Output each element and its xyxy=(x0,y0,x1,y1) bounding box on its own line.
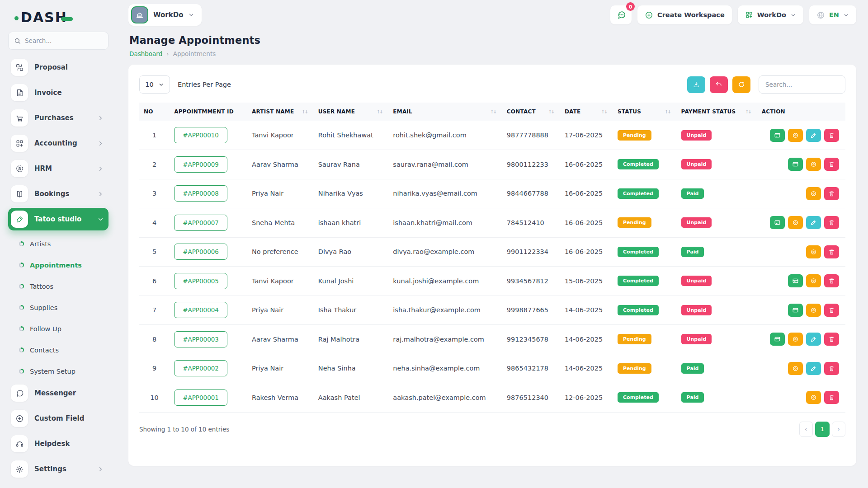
appointment-id-chip[interactable]: #APP00001 xyxy=(174,389,227,406)
view-button[interactable] xyxy=(788,333,803,346)
sidebar-item-custom-field[interactable]: Custom Field xyxy=(8,407,108,430)
delete-button[interactable] xyxy=(824,362,839,375)
appointment-id-chip[interactable]: #APP00004 xyxy=(174,302,227,318)
payment-status-badge: Unpaid xyxy=(681,276,712,286)
sidebar-subitem-appointments[interactable]: Appointments xyxy=(8,254,108,276)
sidebar-subitem-system-setup[interactable]: System Setup xyxy=(8,361,108,382)
appointment-id-chip[interactable]: #APP00002 xyxy=(174,360,227,376)
appointment-id-chip[interactable]: #APP00005 xyxy=(174,273,227,289)
sort-icon[interactable]: ↑↓ xyxy=(601,109,609,114)
sidebar-subitem-tattoos[interactable]: Tattoos xyxy=(8,276,108,297)
payment-button[interactable] xyxy=(788,158,803,171)
payment-button[interactable] xyxy=(788,304,803,317)
sort-icon[interactable]: ↑↓ xyxy=(377,109,384,114)
sidebar-subitem-contacts[interactable]: Contacts xyxy=(8,339,108,361)
edit-button[interactable] xyxy=(806,216,821,229)
refresh-button[interactable] xyxy=(732,76,750,93)
pagination-next-button[interactable]: › xyxy=(832,422,845,437)
view-button[interactable] xyxy=(788,129,803,142)
view-button[interactable] xyxy=(788,362,803,375)
table-row: 3 #APP00008 Priya Nair Niharika Vyas nih… xyxy=(139,179,845,208)
sidebar-item-helpdesk[interactable]: Helpdesk xyxy=(8,432,108,455)
edit-button[interactable] xyxy=(806,333,821,346)
delete-button[interactable] xyxy=(824,333,839,346)
sort-icon[interactable]: ↑↓ xyxy=(490,109,498,114)
payment-button[interactable] xyxy=(788,274,803,287)
sidebar-item-hrm[interactable]: HRM xyxy=(8,157,108,180)
sidebar-item-bookings[interactable]: Bookings xyxy=(8,183,108,205)
column-header-date[interactable]: DATE ↑↓ xyxy=(560,103,613,121)
sidebar-item-tatoo-studio[interactable]: Tatoo studio xyxy=(8,208,108,230)
export-button[interactable] xyxy=(687,76,705,93)
view-button[interactable] xyxy=(806,158,821,171)
cell-appointment-id: #APP00009 xyxy=(170,150,247,179)
create-workspace-button[interactable]: Create Workspace xyxy=(637,5,732,24)
view-button[interactable] xyxy=(806,187,821,200)
delete-button[interactable] xyxy=(824,245,839,258)
appointment-id-chip[interactable]: #APP00008 xyxy=(174,185,227,202)
cell-user-name: Neha Sinha xyxy=(314,354,389,383)
purchases-icon xyxy=(11,109,28,127)
column-header-email[interactable]: EMAIL ↑↓ xyxy=(388,103,502,121)
column-header-artist-name[interactable]: ARTIST NAME ↑↓ xyxy=(247,103,314,121)
sort-icon[interactable]: ↑↓ xyxy=(745,109,753,114)
messages-button[interactable]: 0 xyxy=(610,5,632,24)
column-header-user-name[interactable]: USER NAME ↑↓ xyxy=(314,103,389,121)
pagination-page-1[interactable]: 1 xyxy=(815,422,830,437)
sidebar-search[interactable] xyxy=(8,32,108,50)
sidebar-item-label: Helpdesk xyxy=(34,440,70,448)
table-search-input[interactable] xyxy=(759,75,845,94)
sidebar-subitem-supplies[interactable]: Supplies xyxy=(8,297,108,318)
sort-icon[interactable]: ↑↓ xyxy=(665,109,672,114)
sidebar-item-messenger[interactable]: Messenger xyxy=(8,382,108,404)
payment-button[interactable] xyxy=(770,216,785,229)
search-icon xyxy=(14,38,21,44)
view-button[interactable] xyxy=(806,304,821,317)
sidebar-search-input[interactable] xyxy=(25,37,103,44)
workspace-selector[interactable]: WorkDo xyxy=(128,4,202,26)
view-button[interactable] xyxy=(788,216,803,229)
breadcrumb-dashboard-link[interactable]: Dashboard xyxy=(129,50,162,57)
sort-icon[interactable]: ↑↓ xyxy=(302,109,309,114)
delete-button[interactable] xyxy=(824,274,839,287)
edit-button[interactable] xyxy=(806,362,821,375)
delete-button[interactable] xyxy=(824,187,839,200)
delete-button[interactable] xyxy=(824,216,839,229)
edit-button[interactable] xyxy=(806,129,821,142)
column-header-appointmment-id: APPOINTMMENT ID xyxy=(170,103,247,121)
column-header-action: ACTION xyxy=(757,103,845,121)
appointment-id-chip[interactable]: #APP00006 xyxy=(174,244,227,260)
delete-button[interactable] xyxy=(824,304,839,317)
sidebar-item-accounting[interactable]: Accounting xyxy=(8,132,108,155)
sidebar-item-settings[interactable]: Settings xyxy=(8,458,108,480)
column-header-payment-status[interactable]: PAYMENT STATUS ↑↓ xyxy=(677,103,757,121)
appointment-id-chip[interactable]: #APP00003 xyxy=(174,331,227,347)
sort-icon[interactable]: ↑↓ xyxy=(548,109,556,114)
sidebar-item-invoice[interactable]: Invoice xyxy=(8,81,108,104)
sidebar-subitem-artists[interactable]: Artists xyxy=(8,233,108,254)
pagination-prev-button[interactable]: ‹ xyxy=(799,422,813,437)
appointment-id-chip[interactable]: #APP00009 xyxy=(174,156,227,173)
app-menu-button[interactable]: WorkDo xyxy=(738,5,803,24)
sidebar-subitem-follow-up[interactable]: Follow Up xyxy=(8,318,108,339)
language-selector[interactable]: EN xyxy=(809,5,856,24)
delete-button[interactable] xyxy=(824,391,839,404)
brand-logo[interactable]: DASH xyxy=(8,6,108,28)
payment-button[interactable] xyxy=(770,129,785,142)
sidebar-item-proposal[interactable]: Proposal xyxy=(8,56,108,79)
delete-button[interactable] xyxy=(824,158,839,171)
sidebar-item-purchases[interactable]: Purchases xyxy=(8,107,108,129)
view-button[interactable] xyxy=(806,274,821,287)
view-button[interactable] xyxy=(806,245,821,258)
column-header-contact[interactable]: CONTACT ↑↓ xyxy=(502,103,560,121)
cell-artist-name: Tanvi Kapoor xyxy=(247,267,314,296)
entries-select[interactable]: 10 xyxy=(139,75,170,94)
reset-button[interactable] xyxy=(710,76,728,93)
view-button[interactable] xyxy=(806,391,821,404)
plus-circle-icon xyxy=(645,11,653,19)
appointment-id-chip[interactable]: #APP00010 xyxy=(174,127,227,143)
delete-button[interactable] xyxy=(824,129,839,142)
column-header-status[interactable]: STATUS ↑↓ xyxy=(613,103,677,121)
appointment-id-chip[interactable]: #APP00007 xyxy=(174,215,227,231)
payment-button[interactable] xyxy=(770,333,785,346)
